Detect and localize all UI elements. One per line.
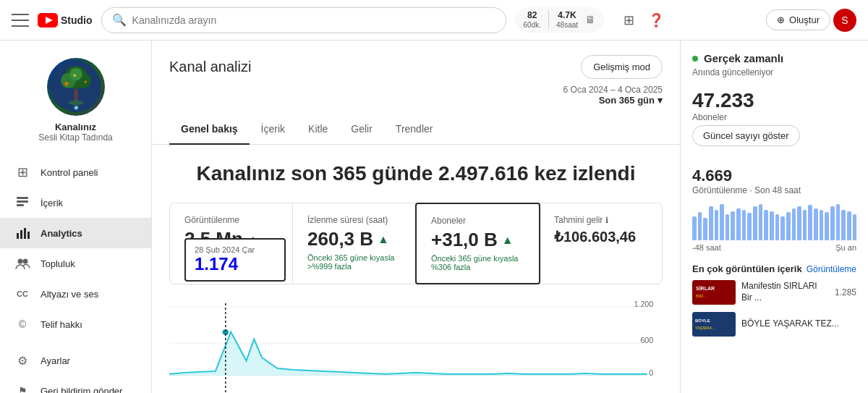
thumb-image-0: SİRLAR BİR... <box>692 280 736 305</box>
views-count: 4.669 <box>692 166 856 185</box>
stat-change-izleme: Önceki 365 güne kıyasla >%999 fazla <box>307 253 401 271</box>
stat-goruntulenme: Görüntülenme 2,5 Mn ▲ Önceki 365 güne kı… <box>170 203 293 284</box>
stat-label-gelir: Tahmini gelir ℹ <box>554 215 647 225</box>
tab-trendler[interactable]: Trendler <box>384 114 445 145</box>
views-label: 60dk. <box>524 21 541 30</box>
mini-bar <box>847 211 851 240</box>
svg-text:BÖYLE: BÖYLE <box>695 318 710 323</box>
content-item-1[interactable]: BÖYLE YAŞARAK... BÖYLE YAŞARAK TEZ... <box>692 312 856 337</box>
tab-kitle[interactable]: Kitle <box>297 114 339 145</box>
sidebar-item-label-telif: Telif hakkı <box>41 319 82 330</box>
page-header: Kanal analizi Gelişmiş mod <box>152 41 680 79</box>
analytics-content: Kanalınız son 365 günde 2.497.616 kez iz… <box>152 145 680 393</box>
tooltip-value: 1.174 <box>195 254 276 274</box>
svg-text:0: 0 <box>649 369 653 377</box>
sidebar-item-label-analytics: Analytics <box>41 228 82 239</box>
mini-chart-label-right: Şu an <box>835 243 856 252</box>
svg-rect-16 <box>17 233 19 239</box>
content-info-0: Manifestin SIRLARI Bir ... <box>741 281 829 303</box>
sidebar-item-ayarlar[interactable]: ⚙ Ayarlar <box>0 345 151 376</box>
sidebar-item-label-geri: Geri bildirim gönder <box>41 386 122 394</box>
create-button[interactable]: ⊕ Oluştur <box>766 9 830 30</box>
svg-rect-7 <box>74 90 77 101</box>
help-icon-btn[interactable]: ❓ <box>643 7 669 33</box>
tab-icerik[interactable]: İçerik <box>250 114 297 145</box>
mini-bar <box>753 206 757 240</box>
show-count-button[interactable]: Güncel sayıyı göster <box>692 125 800 146</box>
search-icon: 🔍 <box>112 13 127 27</box>
date-range-line1: 6 Oca 2024 – 4 Oca 2025 <box>563 85 663 95</box>
date-range: 6 Oca 2024 – 4 Oca 2025 Son 365 gün ▾ <box>563 85 663 106</box>
sidebar-item-label-altyazi: Altyazı ve ses <box>41 289 98 300</box>
user-avatar[interactable]: S <box>833 9 856 32</box>
svg-rect-17 <box>20 230 22 239</box>
content-item-0[interactable]: SİRLAR BİR... Manifestin SIRLARI Bir ...… <box>692 280 856 305</box>
stat-up-icon-izleme: ▲ <box>378 233 389 246</box>
mini-bar <box>759 204 763 240</box>
analytics-icon <box>14 225 30 241</box>
date-range-line2[interactable]: Son 365 gün ▾ <box>563 95 663 106</box>
ayarlar-icon: ⚙ <box>14 352 30 368</box>
mini-bar <box>780 216 785 240</box>
stat-change-aboneler: Önceki 365 güne kıyasla %306 fazla <box>431 254 524 271</box>
kontrol-icon: ⊞ <box>14 164 30 180</box>
search-bar[interactable]: 🔍 <box>101 7 506 33</box>
top-content-header: En çok görüntülen içerik Görüntüleme <box>692 263 856 274</box>
sidebar-item-topluluk[interactable]: Topluluk <box>0 248 151 279</box>
stat-value-izleme: 260,3 B ▲ <box>307 228 401 250</box>
search-input[interactable] <box>132 14 495 26</box>
mini-bar <box>692 216 697 240</box>
channel-avatar-image: 🌍 <box>51 62 101 112</box>
header-stats[interactable]: 82 60dk. 4.7K 48saat 🖥 <box>515 7 605 32</box>
stats-row: Görüntülenme 2,5 Mn ▲ Önceki 365 güne kı… <box>169 203 663 284</box>
svg-point-20 <box>18 259 23 264</box>
sidebar-item-icerik[interactable]: İçerik <box>0 187 151 218</box>
svg-rect-36 <box>692 312 736 337</box>
watch-num: 4.7K <box>556 10 578 20</box>
svg-text:YAŞARAK...: YAŞARAK... <box>695 326 715 330</box>
sidebar-item-label-topluluk: Topluluk <box>41 258 75 269</box>
svg-rect-14 <box>17 200 28 203</box>
sidebar-item-altyazi[interactable]: CC Altyazı ve ses <box>0 279 151 309</box>
stat-izleme: İzlenme süresi (saat) 260,3 B ▲ Önceki 3… <box>293 203 416 284</box>
mini-bar <box>736 208 741 240</box>
tab-genel[interactable]: Genel bakış <box>169 114 250 145</box>
mini-bar <box>731 211 735 240</box>
channel-avatar[interactable]: 🌍 <box>47 58 105 116</box>
channel-subtitle: Sesli Kitap Tadında <box>38 132 113 143</box>
views-num: 82 <box>524 10 541 20</box>
tab-gelir[interactable]: Gelir <box>339 114 384 145</box>
top-content-link[interactable]: Görüntüleme <box>807 264 856 274</box>
sidebar-item-geri[interactable]: ⚑ Geri bildirim gönder <box>0 376 151 393</box>
content-title-1: BÖYLE YAŞARAK TEZ... <box>741 318 851 330</box>
realtime-subtitle: Anında güncelleniyor <box>692 67 856 77</box>
telif-icon: © <box>14 316 30 332</box>
subscribers-count: 47.233 <box>692 89 856 112</box>
mini-bar <box>747 213 752 240</box>
grid-icon-btn[interactable]: ⊞ <box>616 7 642 33</box>
svg-rect-33 <box>692 280 736 305</box>
menu-button[interactable] <box>12 12 29 29</box>
top-content-title: En çok görüntülen içerik <box>692 263 802 274</box>
main-headline: Kanalınız son 365 günde 2.497.616 kez iz… <box>169 162 663 185</box>
svg-point-8 <box>68 100 83 105</box>
svg-text:1.200: 1.200 <box>634 300 654 308</box>
youtube-studio-logo[interactable]: Studio <box>38 13 93 28</box>
topluluk-icon <box>14 255 30 271</box>
mini-chart-labels: -48 saat Şu an <box>692 243 856 252</box>
svg-point-6 <box>69 68 82 81</box>
main-layout: 🌍 Kanalınız Sesli Kitap Tadında ⊞ Kontro… <box>0 41 868 393</box>
mini-bar <box>726 214 730 240</box>
sidebar-item-kontrol[interactable]: ⊞ Kontrol paneli <box>0 157 151 187</box>
sidebar-item-analytics[interactable]: Analytics <box>0 218 151 248</box>
channel-name: Kanalınız <box>55 122 96 132</box>
youtube-icon <box>38 13 58 28</box>
geri-icon: ⚑ <box>14 383 30 393</box>
mini-bar <box>836 204 841 240</box>
realtime-indicator <box>692 56 698 62</box>
stat-label-aboneler: Aboneler <box>431 216 524 226</box>
advanced-mode-button[interactable]: Gelişmiş mod <box>581 55 663 79</box>
sidebar-item-telif[interactable]: © Telif hakkı <box>0 309 151 339</box>
svg-point-10 <box>84 80 87 83</box>
mini-chart <box>692 204 856 240</box>
